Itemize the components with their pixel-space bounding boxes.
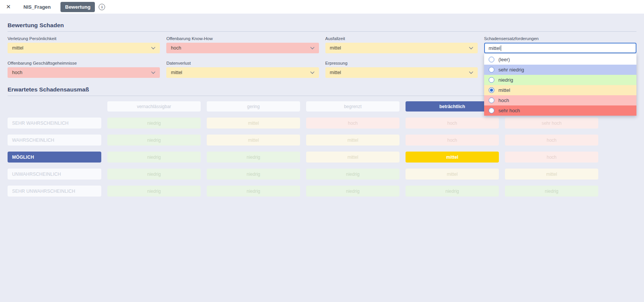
matrix-cell: niedrig (207, 152, 300, 163)
form-field: Datenverlust mittel (166, 58, 319, 78)
top-bar: ✕ NIS_Fragen Bewertung i (0, 0, 644, 14)
schadensersatz-input[interactable]: mittel (484, 43, 636, 53)
select-value: mittel (330, 45, 341, 51)
field-label: Ausfallzeit (325, 36, 478, 41)
matrix-cell: niedrig (505, 186, 598, 197)
matrix-cell: mittel (306, 152, 399, 163)
schadensersatz-dropdown: (leer) sehr niedrig niedrig mittel hoch … (484, 54, 636, 116)
field-label: Schadensersatzforderungen (484, 36, 636, 41)
matrix-row-label: UNWAHRSCHEINLICH (8, 169, 101, 180)
dropdown-option[interactable]: mittel (484, 85, 636, 95)
matrix-corner-spacer (8, 101, 101, 112)
app-window: ✕ NIS_Fragen Bewertung i Bewertung Schad… (0, 0, 644, 197)
text-cursor-icon (501, 45, 502, 51)
form-field: Offenbarung Know-How hoch (166, 33, 319, 53)
chevron-down-icon (151, 47, 155, 50)
field-label: Erpressung (325, 61, 478, 65)
matrix-column-header: begrenzt (306, 101, 399, 112)
matrix-cell: niedrig (406, 186, 499, 197)
matrix-row-label: SEHR UNWAHRSCHEINLICH (8, 186, 101, 197)
info-icon-glyph: i (102, 5, 103, 9)
close-icon[interactable]: ✕ (6, 3, 14, 10)
option-label: sehr niedrig (498, 67, 524, 73)
tab-nis-fragen[interactable]: NIS_Fragen (19, 2, 55, 12)
matrix-row-label: SEHR WAHRSCHEINLICH (8, 118, 101, 129)
dropdown-option[interactable]: hoch (484, 95, 636, 105)
matrix-cell: niedrig (107, 186, 201, 197)
field-select[interactable]: mittel (325, 43, 478, 53)
field-label: Offenbarung Geschäftsgeheimnisse (8, 61, 160, 65)
chevron-down-icon (469, 47, 473, 50)
matrix-cell: hoch (505, 152, 598, 163)
matrix-cell: hoch (406, 135, 499, 146)
matrix-cell: niedrig (107, 135, 201, 146)
matrix-cell: mittel (207, 135, 300, 146)
radio-icon (489, 77, 494, 83)
select-value: hoch (171, 45, 181, 51)
radio-icon (489, 98, 494, 103)
section-title-bewertung-schaden: Bewertung Schaden (8, 22, 636, 29)
select-value: mittel (12, 45, 23, 51)
option-label: mittel (498, 87, 510, 93)
option-label: niedrig (498, 77, 513, 83)
matrix-cell: hoch (505, 135, 598, 146)
chevron-down-icon (469, 71, 473, 74)
radio-icon (489, 108, 494, 113)
matrix-row-label: WAHRSCHEINLICH (8, 135, 101, 146)
matrix-cell: hoch (306, 118, 399, 129)
info-icon[interactable]: i (99, 4, 105, 10)
dropdown-option[interactable]: niedrig (484, 75, 636, 85)
tab-bewertung[interactable]: Bewertung (60, 2, 95, 12)
field-select[interactable]: mittel (325, 67, 478, 78)
matrix-cell: sehr hoch (505, 118, 598, 129)
radio-icon (489, 87, 494, 93)
matrix-cell: niedrig (306, 186, 399, 197)
field-select[interactable]: mittel (166, 67, 319, 78)
option-label: sehr hoch (498, 108, 520, 113)
dropdown-option[interactable]: (leer) (484, 54, 636, 65)
field-label: Datenverlust (166, 61, 319, 65)
field-label: Verletzung Persönlichkeit (8, 36, 160, 41)
chevron-down-icon (310, 71, 314, 74)
page-content: Bewertung Schaden Verletzung Persönlichk… (0, 22, 644, 197)
field-select[interactable]: mittel (8, 43, 160, 53)
dropdown-option[interactable]: sehr niedrig (484, 65, 636, 75)
matrix-cell: niedrig (107, 169, 201, 180)
field-label: Offenbarung Know-How (166, 36, 319, 41)
matrix-cell: niedrig (207, 169, 300, 180)
matrix-column-header: gering (207, 101, 300, 112)
form-field: Verletzung Persönlichkeit mittel (8, 33, 160, 53)
matrix-column-header: vernachlässigbar (107, 101, 201, 112)
option-label: hoch (498, 98, 509, 103)
matrix-cell: mittel (306, 135, 399, 146)
combo-wrap: mittel (leer) sehr niedrig niedrig mitte… (484, 43, 636, 53)
matrix-cell: niedrig (207, 186, 300, 197)
form-field: Ausfallzeit mittel (325, 33, 478, 53)
select-value: hoch (12, 70, 22, 75)
matrix-cell: niedrig (107, 118, 201, 129)
form-field: Erpressung mittel (325, 58, 478, 78)
option-label: (leer) (498, 57, 510, 62)
matrix-cell: mittel (406, 169, 499, 180)
form-field-schadensersatzforderungen: Schadensersatzforderungen mittel (leer) … (484, 33, 636, 53)
matrix-cell: mittel (406, 152, 499, 163)
matrix-cell: mittel (207, 118, 300, 129)
matrix-cell: niedrig (107, 152, 201, 163)
select-value: mittel (171, 70, 182, 75)
damage-assessment-form: Verletzung Persönlichkeit mittel Offenba… (8, 33, 636, 78)
field-select[interactable]: hoch (166, 43, 319, 53)
chevron-down-icon (310, 47, 314, 50)
select-value: mittel (330, 70, 341, 75)
radio-icon (489, 67, 494, 73)
matrix-cell: mittel (505, 169, 598, 180)
matrix-cell: hoch (406, 118, 499, 129)
input-value: mittel (489, 45, 500, 51)
matrix-cell: niedrig (306, 169, 399, 180)
matrix-row-label: MÖGLICH (8, 152, 101, 163)
chevron-down-icon (151, 71, 155, 74)
radio-icon (489, 57, 494, 62)
section-divider (8, 31, 636, 32)
field-select[interactable]: hoch (8, 67, 160, 78)
form-field: Offenbarung Geschäftsgeheimnisse hoch (8, 58, 160, 78)
dropdown-option[interactable]: sehr hoch (484, 105, 636, 116)
